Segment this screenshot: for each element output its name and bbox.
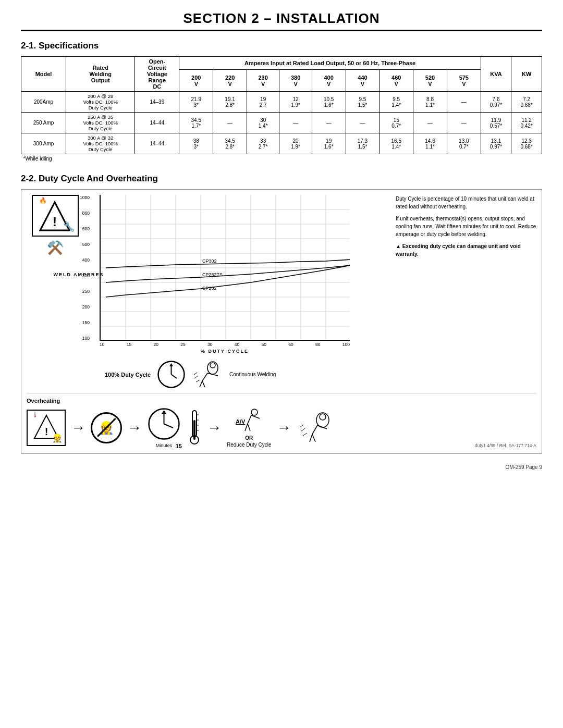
arrow-2: →	[127, 419, 142, 436]
svg-line-28	[200, 381, 202, 387]
svg-line-58	[301, 428, 305, 431]
y-axis-label: WELD AMPERES	[53, 272, 104, 277]
welder-figure-small: 🔧	[63, 221, 75, 232]
svg-line-60	[300, 425, 303, 427]
y-tick-150: 150	[80, 320, 90, 325]
svg-line-56	[310, 434, 312, 442]
y-tick-600: 600	[80, 226, 90, 231]
clock-15-wrapper: 15 Minutes	[147, 407, 181, 448]
svg-point-46	[251, 409, 258, 415]
cell-model: 200Amp	[21, 92, 66, 113]
final-welder-svg	[297, 411, 331, 445]
arrow-3: →	[207, 419, 222, 436]
col-model: Model	[21, 57, 66, 92]
overheat-welder-box: 🌡️ ! 👷	[27, 410, 66, 446]
cell-oc_voltage: 14–44	[135, 113, 179, 133]
cell-rated_output: 250 A @ 35 Volts DC, 100% Duty Cycle	[66, 113, 135, 133]
cell-v230: 33 2.7*	[247, 133, 279, 154]
svg-line-50	[248, 424, 250, 431]
x-tick-25: 25	[180, 342, 185, 347]
y-tick-400: 400	[80, 257, 90, 263]
page-footer: OM-259 Page 9	[21, 464, 542, 470]
svg-line-37	[164, 424, 174, 428]
curve-cp252ts-label: CP252TS	[202, 272, 223, 277]
svg-marker-38	[162, 410, 166, 414]
col-575v: 575V	[447, 70, 481, 92]
col-200v: 200V	[179, 70, 213, 92]
cell-v220: 19.1 2.8*	[213, 92, 247, 113]
cell-v520: 8.8 1.1*	[413, 92, 447, 113]
col-amperes-header: Amperes Input at Rated Load Output, 50 o…	[179, 57, 481, 70]
overheat-icons-row: 🌡️ ! 👷 → 👷 →	[27, 407, 536, 448]
cell-v440: 9.5 1.5*	[346, 92, 380, 113]
x-tick-30: 30	[207, 342, 212, 347]
svg-text:!: !	[53, 215, 57, 229]
cell-v575: 13.0 0.7*	[447, 133, 481, 154]
y-tick-100: 100	[80, 336, 90, 341]
thermometer-wrapper	[188, 410, 200, 446]
svg-line-26	[202, 373, 207, 381]
y-tick-500: 500	[80, 242, 90, 247]
cell-kw: 11.2 0.42*	[511, 113, 542, 133]
cell-v400: 10.5 1.6*	[312, 92, 346, 113]
duty-100-label: 100% Duty Cycle	[105, 372, 151, 378]
x-tick-15: 15	[127, 342, 131, 347]
reduce-duty-cycle-text: Reduce Duty Cycle	[227, 442, 272, 448]
thermometer-svg	[188, 410, 200, 446]
arrow-4: →	[277, 419, 291, 436]
y-tick-250: 250	[80, 289, 90, 294]
cell-v220: 34.5 2.8*	[213, 133, 247, 154]
svg-marker-23	[169, 363, 173, 366]
col-open-circuit: Open-CircuitVoltageRangeDC	[135, 57, 179, 92]
specs-table: Model RatedWeldingOutput Open-CircuitVol…	[21, 56, 542, 163]
cell-v200: 38 3*	[179, 133, 213, 154]
cell-v575: —	[447, 92, 481, 113]
svg-line-29	[202, 381, 205, 387]
chart-wrapper: WELD AMPERES 1000 800 600 500 400 300 25…	[100, 195, 385, 389]
no-welding-icon: 👷	[91, 412, 122, 443]
cell-kw: 12.3 0.68*	[511, 133, 542, 154]
x-axis-ticks: 10 15 20 25 30 40 50 60 80 100	[100, 342, 350, 347]
x-tick-60: 60	[288, 342, 293, 347]
col-440v: 440V	[346, 70, 380, 92]
cell-v380: 12 1.9*	[279, 92, 312, 113]
cell-v380: 20 1.9*	[279, 133, 312, 154]
duty-text-1: Duty Cycle is percentage of 10 minutes t…	[396, 195, 536, 211]
col-230v: 230V	[247, 70, 279, 92]
duty-text-2: If unit overheats, thermostat(s) opens, …	[396, 215, 536, 238]
cell-rated_output: 300 A @ 32 Volts DC, 100% Duty Cycle	[66, 133, 135, 154]
arrow-1: →	[71, 419, 85, 436]
cell-kw: 7.2 0.68*	[511, 92, 542, 113]
col-520v: 520V	[413, 70, 447, 92]
duty-right-text: Duty Cycle is percentage of 10 minutes t…	[390, 195, 536, 389]
col-380v: 380V	[279, 70, 312, 92]
col-kva: KVA	[481, 57, 511, 92]
cell-v200: 34.5 1.7*	[179, 113, 213, 133]
svg-line-55	[317, 425, 327, 429]
x-tick-100: 100	[342, 342, 350, 347]
cell-v575: —	[447, 113, 481, 133]
svg-line-32	[194, 373, 197, 375]
cell-v230: 19 2.7	[247, 92, 279, 113]
welder-av-svg: A/V	[235, 408, 263, 434]
x-tick-80: 80	[315, 342, 320, 347]
cell-v460: 16.5 1.4*	[380, 133, 413, 154]
cell-v460: 9.5 1.4*	[380, 92, 413, 113]
y-tick-300: 300	[80, 273, 90, 278]
svg-line-57	[312, 434, 315, 442]
cell-model: 250 Amp	[21, 113, 66, 133]
minutes-15: 15	[176, 443, 182, 449]
cell-v440: —	[346, 113, 380, 133]
col-460v: 460V	[380, 70, 413, 92]
y-axis-ticks: 1000 800 600 500 400 300 250 200 150 100	[80, 195, 90, 341]
cell-v400: —	[312, 113, 346, 133]
x-axis-label: % DUTY CYCLE	[100, 349, 350, 354]
x-tick-40: 40	[235, 342, 239, 347]
duty-section: 🔥 ! 🔧 ⚒️ WELD AMPERES 1000 800 600	[21, 189, 542, 454]
cell-oc_voltage: 14–39	[135, 92, 179, 113]
cell-kva: 13.1 0.97*	[481, 133, 511, 154]
cell-v520: 14.6 1.1*	[413, 133, 447, 154]
col-rated-welding-output: RatedWeldingOutput	[66, 57, 135, 92]
section-title: SECTION 2 – INSTALLATION	[21, 10, 542, 31]
subsection2-title: 2-2. Duty Cycle And Overheating	[21, 174, 542, 184]
